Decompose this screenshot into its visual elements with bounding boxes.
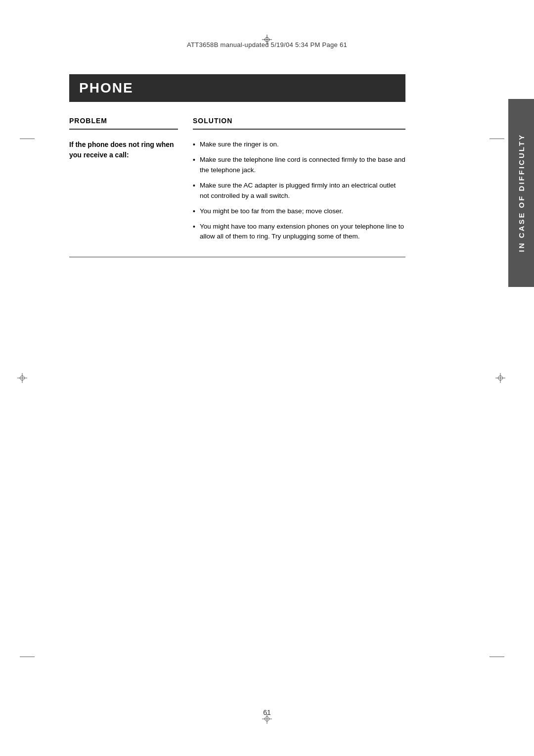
content-divider [69,257,405,257]
list-item: Make sure the AC adapter is plugged firm… [193,181,405,201]
list-item: Make sure the ringer is on. [193,140,405,150]
problem-header: PROBLEM [69,117,178,130]
reg-mark-right [495,373,505,383]
reg-mark-left [17,373,27,383]
section-title: PHONE [79,80,134,95]
reg-mark-top [262,35,272,45]
section-title-bar: PHONE [69,74,405,102]
problem-column: PROBLEM If the phone does not ring when … [69,117,188,247]
reg-mark-bottom [262,714,272,724]
page-container: ATT3658B manual-updated 5/19/04 5:34 PM … [0,0,534,756]
header-area: ATT3658B manual-updated 5/19/04 5:34 PM … [40,30,494,59]
list-item: Make sure the telephone line cord is con… [193,155,405,176]
margin-mark-right-bottom [490,657,504,657]
margin-mark-right-top [490,139,504,139]
solution-list: Make sure the ringer is on. Make sure th… [193,140,405,242]
list-item: You might have too many extension phones… [193,222,405,242]
main-content: PHONE PROBLEM If the phone does not ring… [69,74,485,707]
solution-column: SOLUTION Make sure the ringer is on. Mak… [188,117,405,247]
columns-container: PROBLEM If the phone does not ring when … [69,117,405,247]
list-item: You might be too far from the base; move… [193,206,405,217]
margin-mark-left-bottom [20,657,35,657]
solution-header: SOLUTION [193,117,405,130]
side-tab-text: IN CASE OF DIFFICULTY [518,134,525,252]
problem-text: If the phone does not ring when you rece… [69,140,178,160]
margin-mark-left-top [20,139,35,139]
side-tab: IN CASE OF DIFFICULTY [508,99,534,287]
